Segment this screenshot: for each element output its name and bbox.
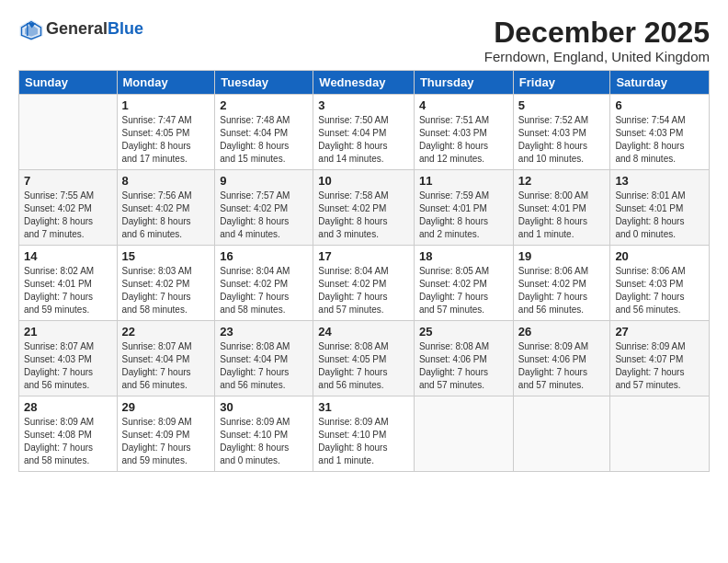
day-info: Sunrise: 8:09 AM Sunset: 4:09 PM Dayligh… [122,416,210,467]
calendar-day-cell: 28Sunrise: 8:09 AM Sunset: 4:08 PM Dayli… [19,396,118,472]
logo-blue-text: Blue [108,19,143,38]
day-number: 27 [615,325,704,339]
calendar-day-cell [610,396,710,472]
day-info: Sunrise: 8:06 AM Sunset: 4:02 PM Dayligh… [518,265,606,316]
day-number: 9 [220,174,308,188]
header: GeneralBlue December 2025 Ferndown, Engl… [18,17,710,64]
calendar-day-cell [414,396,513,472]
location: Ferndown, England, United Kingdom [484,49,710,64]
calendar-day-cell: 25Sunrise: 8:08 AM Sunset: 4:06 PM Dayli… [414,321,513,396]
calendar-day-cell: 24Sunrise: 8:08 AM Sunset: 4:05 PM Dayli… [313,321,415,396]
weekday-header-tuesday: Tuesday [215,71,313,95]
calendar-day-cell: 2Sunrise: 7:48 AM Sunset: 4:04 PM Daylig… [215,95,313,170]
weekday-header-monday: Monday [117,71,215,95]
calendar-week-row: 14Sunrise: 8:02 AM Sunset: 4:01 PM Dayli… [19,246,710,321]
calendar-week-row: 7Sunrise: 7:55 AM Sunset: 4:02 PM Daylig… [19,170,710,246]
day-number: 4 [419,98,508,112]
title-block: December 2025 Ferndown, England, United … [484,17,710,64]
day-info: Sunrise: 8:05 AM Sunset: 4:02 PM Dayligh… [419,265,508,316]
day-number: 5 [518,98,606,112]
calendar-day-cell: 27Sunrise: 8:09 AM Sunset: 4:07 PM Dayli… [610,321,710,396]
day-info: Sunrise: 8:03 AM Sunset: 4:02 PM Dayligh… [122,265,210,316]
day-number: 2 [220,98,308,112]
calendar-day-cell: 7Sunrise: 7:55 AM Sunset: 4:02 PM Daylig… [19,170,118,246]
weekday-header-sunday: Sunday [19,71,118,95]
calendar-day-cell: 13Sunrise: 8:01 AM Sunset: 4:01 PM Dayli… [610,170,710,246]
calendar-day-cell: 15Sunrise: 8:03 AM Sunset: 4:02 PM Dayli… [117,246,215,321]
day-info: Sunrise: 8:09 AM Sunset: 4:10 PM Dayligh… [220,416,308,467]
day-info: Sunrise: 7:56 AM Sunset: 4:02 PM Dayligh… [122,190,210,241]
day-info: Sunrise: 8:08 AM Sunset: 4:04 PM Dayligh… [220,340,308,392]
day-number: 26 [518,325,606,339]
day-number: 20 [615,249,704,263]
day-info: Sunrise: 7:57 AM Sunset: 4:02 PM Dayligh… [220,190,308,241]
calendar-day-cell: 16Sunrise: 8:04 AM Sunset: 4:02 PM Dayli… [215,246,313,321]
calendar-week-row: 21Sunrise: 8:07 AM Sunset: 4:03 PM Dayli… [19,321,710,396]
calendar-page: GeneralBlue December 2025 Ferndown, Engl… [0,0,728,481]
svg-rect-3 [27,23,28,36]
day-number: 8 [122,174,210,188]
day-info: Sunrise: 8:09 AM Sunset: 4:08 PM Dayligh… [24,416,112,467]
day-number: 19 [518,249,606,263]
day-info: Sunrise: 7:47 AM Sunset: 4:05 PM Dayligh… [122,114,210,166]
day-info: Sunrise: 8:09 AM Sunset: 4:06 PM Dayligh… [518,340,606,392]
calendar-day-cell: 9Sunrise: 7:57 AM Sunset: 4:02 PM Daylig… [215,170,313,246]
day-number: 22 [122,325,210,339]
calendar-table: SundayMondayTuesdayWednesdayThursdayFrid… [18,70,710,472]
day-info: Sunrise: 7:59 AM Sunset: 4:01 PM Dayligh… [419,190,508,241]
calendar-day-cell: 5Sunrise: 7:52 AM Sunset: 4:03 PM Daylig… [513,95,610,170]
day-info: Sunrise: 7:54 AM Sunset: 4:03 PM Dayligh… [615,114,704,166]
day-number: 6 [615,98,704,112]
weekday-header-friday: Friday [513,71,610,95]
day-info: Sunrise: 8:08 AM Sunset: 4:05 PM Dayligh… [318,340,409,392]
calendar-day-cell: 31Sunrise: 8:09 AM Sunset: 4:10 PM Dayli… [313,396,415,472]
calendar-week-row: 28Sunrise: 8:09 AM Sunset: 4:08 PM Dayli… [19,396,710,472]
logo-icon [18,17,44,42]
day-number: 17 [318,249,409,263]
day-info: Sunrise: 8:06 AM Sunset: 4:03 PM Dayligh… [615,265,704,316]
day-number: 24 [318,325,409,339]
day-number: 7 [24,174,112,188]
day-number: 28 [24,400,112,414]
day-info: Sunrise: 8:07 AM Sunset: 4:03 PM Dayligh… [24,340,112,392]
calendar-day-cell: 14Sunrise: 8:02 AM Sunset: 4:01 PM Dayli… [19,246,118,321]
logo: GeneralBlue [18,17,143,42]
day-info: Sunrise: 8:04 AM Sunset: 4:02 PM Dayligh… [318,265,409,316]
day-number: 29 [122,400,210,414]
day-info: Sunrise: 8:04 AM Sunset: 4:02 PM Dayligh… [220,265,308,316]
day-number: 10 [318,174,409,188]
calendar-day-cell: 26Sunrise: 8:09 AM Sunset: 4:06 PM Dayli… [513,321,610,396]
day-info: Sunrise: 7:51 AM Sunset: 4:03 PM Dayligh… [419,114,508,166]
day-number: 30 [220,400,308,414]
day-number: 25 [419,325,508,339]
calendar-day-cell: 21Sunrise: 8:07 AM Sunset: 4:03 PM Dayli… [19,321,118,396]
weekday-header-wednesday: Wednesday [313,71,415,95]
calendar-day-cell: 23Sunrise: 8:08 AM Sunset: 4:04 PM Dayli… [215,321,313,396]
day-info: Sunrise: 8:02 AM Sunset: 4:01 PM Dayligh… [24,265,112,316]
day-info: Sunrise: 8:09 AM Sunset: 4:07 PM Dayligh… [615,340,704,392]
day-number: 3 [318,98,409,112]
day-info: Sunrise: 8:08 AM Sunset: 4:06 PM Dayligh… [419,340,508,392]
calendar-day-cell [513,396,610,472]
day-info: Sunrise: 8:09 AM Sunset: 4:10 PM Dayligh… [318,416,409,467]
day-number: 31 [318,400,409,414]
day-number: 14 [24,249,112,263]
calendar-day-cell: 17Sunrise: 8:04 AM Sunset: 4:02 PM Dayli… [313,246,415,321]
day-info: Sunrise: 8:00 AM Sunset: 4:01 PM Dayligh… [518,190,606,241]
weekday-header-thursday: Thursday [414,71,513,95]
calendar-day-cell: 3Sunrise: 7:50 AM Sunset: 4:04 PM Daylig… [313,95,415,170]
calendar-day-cell: 10Sunrise: 7:58 AM Sunset: 4:02 PM Dayli… [313,170,415,246]
day-number: 12 [518,174,606,188]
calendar-day-cell: 30Sunrise: 8:09 AM Sunset: 4:10 PM Dayli… [215,396,313,472]
month-title: December 2025 [484,17,710,49]
day-number: 11 [419,174,508,188]
day-number: 1 [122,98,210,112]
day-info: Sunrise: 7:52 AM Sunset: 4:03 PM Dayligh… [518,114,606,166]
day-number: 16 [220,249,308,263]
day-info: Sunrise: 7:55 AM Sunset: 4:02 PM Dayligh… [24,190,112,241]
day-info: Sunrise: 7:48 AM Sunset: 4:04 PM Dayligh… [220,114,308,166]
day-info: Sunrise: 8:01 AM Sunset: 4:01 PM Dayligh… [615,190,704,241]
day-number: 21 [24,325,112,339]
weekday-header-saturday: Saturday [610,71,710,95]
calendar-day-cell [19,95,118,170]
